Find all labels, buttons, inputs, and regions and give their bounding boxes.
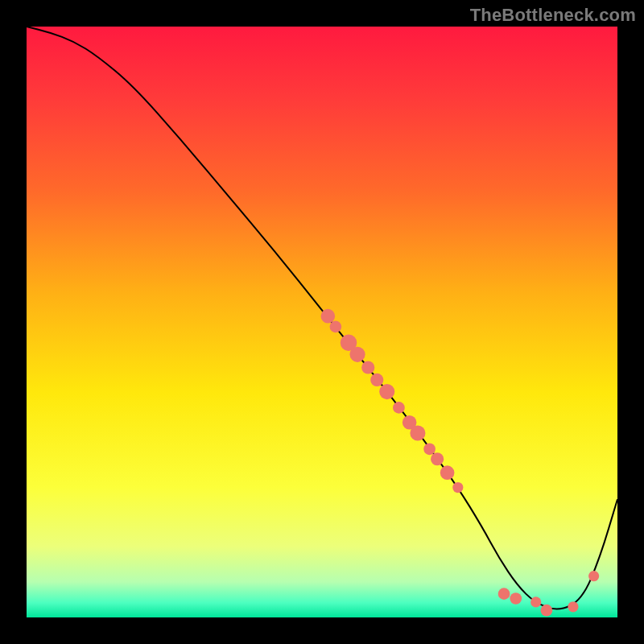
curve-marker — [379, 384, 394, 399]
curve-marker — [431, 452, 444, 465]
watermark-text: TheBottleneck.com — [470, 5, 636, 26]
curve-marker — [440, 465, 455, 480]
curve-marker — [452, 482, 463, 493]
curve-marker — [361, 361, 374, 374]
curve-marker — [568, 601, 578, 612]
curve-marker — [321, 309, 336, 324]
curve-marker — [588, 571, 599, 581]
curve-marker — [410, 425, 425, 440]
curve-marker — [330, 321, 342, 333]
curve-marker — [530, 597, 541, 607]
curve-markers — [321, 309, 600, 617]
curve-marker — [423, 443, 436, 455]
curve-marker — [393, 402, 405, 414]
curve-marker — [349, 347, 365, 362]
curve-marker — [370, 374, 383, 386]
plot-gradient-area — [27, 27, 617, 617]
chart-frame: TheBottleneck.com — [0, 0, 644, 644]
curve-marker — [510, 592, 522, 605]
curve-marker — [541, 605, 553, 617]
bottleneck-curve-svg — [27, 27, 617, 617]
curve-marker — [498, 588, 510, 600]
